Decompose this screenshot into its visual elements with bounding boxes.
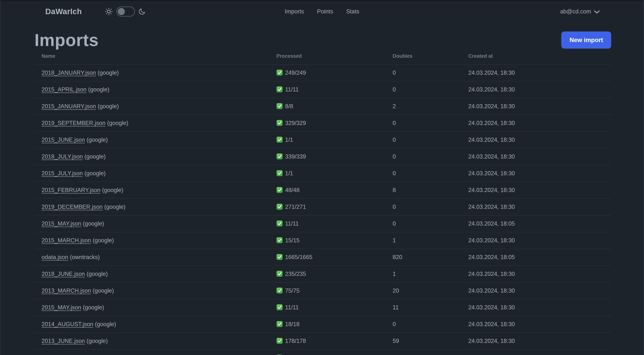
new-import-button[interactable]: New import — [561, 31, 611, 49]
processed-count: 235/235 — [285, 271, 306, 277]
processed-count: 11/11 — [285, 220, 299, 227]
import-source: (google) — [92, 237, 114, 244]
import-source: (google) — [92, 287, 114, 294]
processed-cell: 329/329 — [269, 115, 386, 131]
name-cell: 2015_APRIL.json(google) — [34, 81, 269, 98]
check-icon — [276, 287, 283, 294]
import-file-link[interactable]: 2015_JANUARY.json — [42, 103, 96, 109]
import-file-link[interactable]: 2015_MAY.json — [42, 220, 81, 227]
imports-table-head: Name Processed Doubles Created at — [34, 49, 611, 64]
doubles-count: 0 — [386, 316, 461, 333]
navbar-left: DaWarIch — [45, 6, 146, 16]
user-menu[interactable]: ab@cd.com — [560, 8, 600, 15]
name-cell: 2015_MARCH.json(google) — [34, 232, 269, 249]
table-row: 2013_JUNE.json(google) 178/178 59 24.03.… — [34, 333, 611, 350]
processed-count: 178/178 — [285, 338, 306, 344]
table-row: 2015_JUNE.json(google) 1/1 0 24.03.2024,… — [34, 131, 611, 148]
created-at: 24.03.2024, 18:30 — [461, 81, 611, 98]
import-file-link[interactable]: 2013_MARCH.json — [42, 287, 91, 294]
created-at: 24.03.2024, 18:30 — [461, 165, 611, 182]
import-file-link[interactable]: 2015_FEBRUARY.json — [42, 187, 100, 193]
import-file-link[interactable]: 2015_MAY.json — [42, 304, 81, 311]
processed-cell: 1/1 — [269, 131, 386, 148]
chevron-down-icon — [594, 10, 600, 13]
processed-cell: 11/11 — [269, 215, 386, 232]
check-icon — [276, 69, 283, 76]
created-at: 24.03.2024, 18:30 — [461, 232, 611, 249]
theme-toggle-knob — [118, 8, 125, 15]
processed-count: 18/18 — [285, 321, 300, 328]
name-cell: 2019_DECEMBER.json(google) — [34, 199, 269, 215]
app-logo[interactable]: DaWarIch — [45, 7, 82, 16]
import-file-link[interactable]: 2018_JANUARY.json — [42, 69, 96, 76]
main-content: Imports New import Name Processed Double… — [0, 31, 644, 355]
created-at: 24.03.2024, 18:30 — [461, 98, 611, 115]
import-file-link[interactable]: 2015_JUNE.json — [42, 136, 85, 143]
processed-count: 1665/1665 — [285, 254, 312, 260]
table-row: 2013_MARCH.json(google) 75/75 20 24.03.2… — [34, 282, 611, 299]
processed-count: 11/11 — [285, 304, 299, 311]
created-at: 24.03.2024, 18:30 — [461, 199, 611, 215]
doubles-count: 11 — [386, 299, 461, 316]
import-file-link[interactable]: 2019_DECEMBER.json — [42, 204, 102, 210]
import-source: (owntracks) — [70, 254, 100, 260]
sun-icon — [104, 7, 113, 16]
doubles-count: 820 — [386, 249, 461, 266]
table-row: 2015_MARCH.json(google) 15/15 1 24.03.20… — [34, 232, 611, 249]
column-header-processed: Processed — [269, 49, 386, 64]
created-at — [461, 350, 611, 355]
nav-link-stats[interactable]: Stats — [346, 8, 359, 15]
name-cell: 2015_MAY.json(google) — [34, 299, 269, 316]
created-at: 24.03.2024, 18:30 — [461, 148, 611, 165]
processed-cell: 339/339 — [269, 148, 386, 165]
import-file-link[interactable]: 2014_AUGUST.json — [42, 321, 93, 328]
table-row: 2019_SEPTEMBER.json(google) 329/329 0 24… — [34, 115, 611, 131]
doubles-count: 0 — [386, 64, 461, 81]
import-file-link[interactable]: 2013_JUNE.json — [42, 338, 85, 344]
name-cell: 2015_JANUARY.json(google) — [34, 98, 269, 115]
processed-cell: 75/75 — [269, 282, 386, 299]
name-cell: 2018_JUNE.json(google) — [34, 266, 269, 282]
processed-count: 329/329 — [285, 120, 306, 126]
nav-link-points[interactable]: Points — [317, 8, 333, 15]
name-cell — [34, 350, 269, 355]
import-file-link[interactable]: 2015_MARCH.json — [42, 237, 91, 244]
processed-cell: 8/8 — [269, 98, 386, 115]
processed-cell: 15/15 — [269, 232, 386, 249]
import-file-link[interactable]: 2019_SEPTEMBER.json — [42, 120, 106, 126]
import-file-link[interactable]: 2015_JULY.json — [42, 170, 83, 177]
table-row: 2015_JANUARY.json(google) 8/8 2 24.03.20… — [34, 98, 611, 115]
check-icon — [276, 304, 283, 311]
processed-count: 1/1 — [285, 170, 293, 177]
navbar: DaWarIch Imports Points Stats ab@cd.com — [0, 1, 644, 22]
table-row: 2015_FEBRUARY.json(google) 48/48 8 24.03… — [34, 182, 611, 199]
page-header: Imports New import — [34, 31, 611, 49]
processed-count: 48/48 — [285, 187, 300, 193]
check-icon — [276, 136, 283, 143]
processed-cell: 235/235 — [269, 266, 386, 282]
doubles-count — [386, 350, 461, 355]
window-left-edge — [0, 0, 0, 355]
import-source: (google) — [98, 103, 119, 109]
import-source: (google) — [87, 136, 108, 143]
created-at: 24.03.2024, 18:05 — [461, 249, 611, 266]
import-file-link[interactable]: odata.json — [42, 254, 68, 260]
created-at: 24.03.2024, 18:30 — [461, 333, 611, 350]
doubles-count: 0 — [386, 115, 461, 131]
table-row: 2015_JULY.json(google) 1/1 0 24.03.2024,… — [34, 165, 611, 182]
doubles-count: 2 — [386, 98, 461, 115]
processed-count: 339/339 — [285, 153, 306, 160]
name-cell: odata.json(owntracks) — [34, 249, 269, 266]
name-cell: 2014_AUGUST.json(google) — [34, 316, 269, 333]
processed-count: 8/8 — [285, 103, 293, 109]
import-file-link[interactable]: 2018_JUNE.json — [42, 271, 85, 277]
theme-toggle — [104, 6, 146, 16]
theme-toggle-switch[interactable] — [116, 6, 135, 16]
created-at: 24.03.2024, 18:30 — [461, 131, 611, 148]
import-file-link[interactable]: 2018_JULY.json — [42, 153, 83, 160]
imports-table: Name Processed Doubles Created at 2018_J… — [34, 49, 611, 355]
import-file-link[interactable]: 2015_APRIL.json — [42, 86, 86, 93]
doubles-count: 0 — [386, 215, 461, 232]
import-source: (google) — [98, 69, 119, 76]
nav-link-imports[interactable]: Imports — [285, 8, 304, 15]
